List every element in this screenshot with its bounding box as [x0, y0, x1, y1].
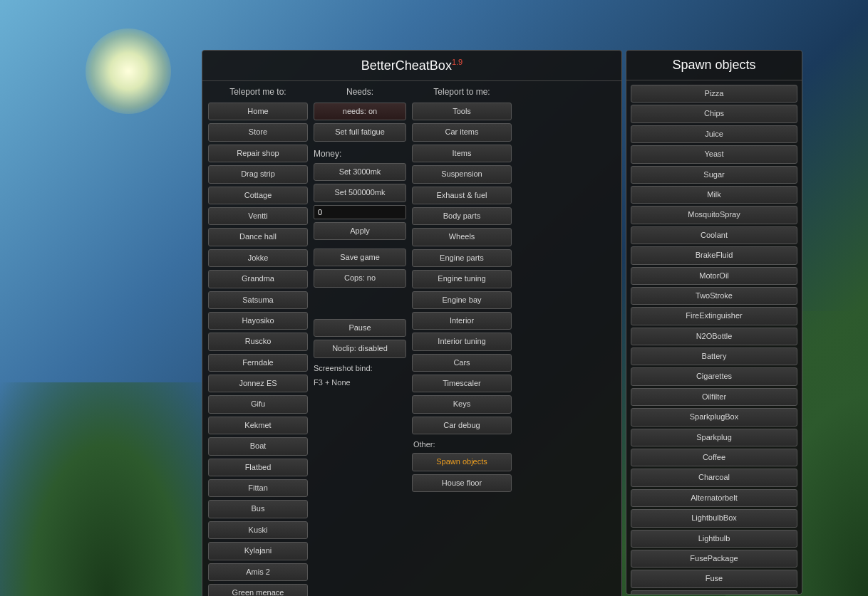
spawn-twostroke-btn[interactable]: TwoStroke: [631, 287, 797, 305]
tp-cars-btn[interactable]: Cars: [412, 354, 512, 372]
screenshot-value: F3 + None: [314, 378, 406, 387]
teleport-left-column: Teleport me to: Home Store Repair shop D…: [208, 87, 308, 596]
teleport-greenmenace-btn[interactable]: Green menace: [208, 584, 308, 596]
teleport-ruscko-btn[interactable]: Ruscko: [208, 333, 308, 350]
spawn-brakefluid-btn[interactable]: BrakeFluid: [631, 246, 797, 264]
spawn-n2obottle-btn[interactable]: N2OBottle: [631, 328, 797, 345]
spawn-chips-btn[interactable]: Chips: [631, 105, 797, 122]
spawn-motoroil-btn[interactable]: MotorOil: [631, 267, 797, 285]
teleport-kuski-btn[interactable]: Kuski: [208, 521, 308, 539]
teleport-hayosiko-btn[interactable]: Hayosiko: [208, 312, 308, 330]
money-3000-btn[interactable]: Set 3000mk: [314, 163, 406, 181]
cops-btn[interactable]: Cops: no: [314, 269, 406, 287]
spawn-panel: Spawn objects Pizza Chips Juice Yeast Su…: [626, 50, 802, 595]
needs-column: Needs: needs: on Set full fatigue Money:…: [314, 87, 406, 596]
screenshot-label: Screenshot bind:: [314, 364, 406, 372]
tp-interior-btn[interactable]: Interior: [412, 312, 512, 330]
app-title: BetterCheatBox1.9: [202, 51, 621, 81]
spawn-fusepackage-btn[interactable]: FusePackage: [631, 550, 797, 568]
teleport-ferndale-btn[interactable]: Ferndale: [208, 354, 308, 372]
money-header: Money:: [314, 149, 406, 159]
money-input[interactable]: [314, 205, 406, 219]
version-text: 1.9: [452, 58, 463, 66]
tp-cardebug-btn[interactable]: Car debug: [412, 417, 512, 434]
spawn-lightbulb-btn[interactable]: Lightbulb: [631, 530, 797, 548]
spawn-oilfilter-btn[interactable]: Oilfilter: [631, 388, 797, 406]
trees-left-decoration: [0, 382, 214, 596]
fatigue-btn[interactable]: Set full fatigue: [314, 123, 406, 141]
pause-btn[interactable]: Pause: [314, 319, 406, 337]
tp-items-btn[interactable]: Items: [412, 145, 512, 162]
tp-bodyparts-btn[interactable]: Body parts: [412, 207, 512, 225]
teleport-right-column: Teleport to me: Tools Car items Items Su…: [412, 87, 512, 596]
tp-tools-btn[interactable]: Tools: [412, 103, 512, 120]
teleport-flatbed-btn[interactable]: Flatbed: [208, 459, 308, 476]
tp-engineparts-btn[interactable]: Engine parts: [412, 249, 512, 267]
spawn-lightbulbbox-btn[interactable]: LightbulbBox: [631, 509, 797, 527]
sun-decoration: [86, 28, 171, 114]
panel-content: Teleport me to: Home Store Repair shop D…: [202, 81, 621, 596]
tp-keys-btn[interactable]: Keys: [412, 395, 512, 413]
spawn-battery-btn[interactable]: Battery: [631, 347, 797, 365]
teleport-satsuma-btn[interactable]: Satsuma: [208, 291, 308, 309]
teleport-boat-btn[interactable]: Boat: [208, 437, 308, 455]
house-floor-btn[interactable]: House floor: [412, 474, 512, 492]
other-label: Other:: [412, 440, 512, 449]
teleport-fittan-btn[interactable]: Fittan: [208, 479, 308, 497]
spawn-fireextinguisher-btn[interactable]: FireExtinguisher: [631, 307, 797, 325]
tp-timescaler-btn[interactable]: Timescaler: [412, 375, 512, 392]
spawn-juice-btn[interactable]: Juice: [631, 125, 797, 143]
spawn-sugar-btn[interactable]: Sugar: [631, 166, 797, 184]
teleport-jokke-btn[interactable]: Jokke: [208, 249, 308, 267]
save-game-btn[interactable]: Save game: [314, 249, 406, 266]
teleport-home-btn[interactable]: Home: [208, 103, 308, 120]
teleport-ventti-btn[interactable]: Ventti: [208, 207, 308, 225]
teleport-right-header: Teleport to me:: [412, 87, 512, 97]
teleport-cottage-btn[interactable]: Cottage: [208, 187, 308, 204]
teleport-grandma-btn[interactable]: Grandma: [208, 270, 308, 288]
spawn-objects-btn[interactable]: Spawn objects: [412, 453, 512, 471]
tp-suspension-btn[interactable]: Suspension: [412, 165, 512, 183]
spawn-list: Pizza Chips Juice Yeast Sugar Milk Mosqu…: [626, 80, 802, 595]
spawn-mosquitospray-btn[interactable]: MosquitoSpray: [631, 206, 797, 224]
spawn-charcoal-btn[interactable]: Charcoal: [631, 469, 797, 486]
noclip-btn[interactable]: Noclip: disabled: [314, 340, 406, 357]
teleport-left-header: Teleport me to:: [208, 87, 308, 97]
spawn-coolant-btn[interactable]: Coolant: [631, 226, 797, 244]
spawn-yeast-btn[interactable]: Yeast: [631, 145, 797, 163]
tp-enginetuning-btn[interactable]: Engine tuning: [412, 270, 512, 288]
spawn-alternatorbelt-btn[interactable]: Alternatorbelt: [631, 489, 797, 507]
money-500000-btn[interactable]: Set 500000mk: [314, 184, 406, 202]
needs-header: Needs:: [314, 87, 406, 97]
spawn-sparkplugbox-btn[interactable]: SparkplugBox: [631, 408, 797, 426]
teleport-jonnez-btn[interactable]: Jonnez ES: [208, 375, 308, 392]
teleport-gifu-btn[interactable]: Gifu: [208, 395, 308, 413]
spawn-r20batterybox-btn[interactable]: R20BatteryBox: [631, 590, 797, 595]
tp-wheels-btn[interactable]: Wheels: [412, 228, 512, 246]
needs-toggle-btn[interactable]: needs: on: [314, 103, 406, 120]
teleport-dragstrip-btn[interactable]: Drag strip: [208, 165, 308, 183]
title-text: BetterCheatBox: [361, 58, 452, 73]
teleport-store-btn[interactable]: Store: [208, 123, 308, 141]
tp-interiortuning-btn[interactable]: Interior tuning: [412, 333, 512, 350]
tp-enginebay-btn[interactable]: Engine bay: [412, 291, 512, 309]
spawn-coffee-btn[interactable]: Coffee: [631, 449, 797, 466]
tp-exhaustfuel-btn[interactable]: Exhaust & fuel: [412, 187, 512, 204]
apply-btn[interactable]: Apply: [314, 222, 406, 240]
tp-caritems-btn[interactable]: Car items: [412, 123, 512, 141]
teleport-repair-btn[interactable]: Repair shop: [208, 145, 308, 162]
spawn-cigarettes-btn[interactable]: Cigarettes: [631, 367, 797, 385]
teleport-kekmet-btn[interactable]: Kekmet: [208, 417, 308, 434]
teleport-kylajani-btn[interactable]: Kylajani: [208, 542, 308, 560]
spawn-fuse-btn[interactable]: Fuse: [631, 570, 797, 587]
teleport-dancehall-btn[interactable]: Dance hall: [208, 228, 308, 246]
spawn-panel-title: Spawn objects: [626, 51, 802, 80]
teleport-bus-btn[interactable]: Bus: [208, 500, 308, 518]
teleport-amis2-btn[interactable]: Amis 2: [208, 563, 308, 581]
spawn-pizza-btn[interactable]: Pizza: [631, 85, 797, 103]
spawn-milk-btn[interactable]: Milk: [631, 186, 797, 204]
spawn-sparkplug-btn[interactable]: Sparkplug: [631, 429, 797, 446]
main-panel: BetterCheatBox1.9 Teleport me to: Home S…: [202, 50, 622, 596]
